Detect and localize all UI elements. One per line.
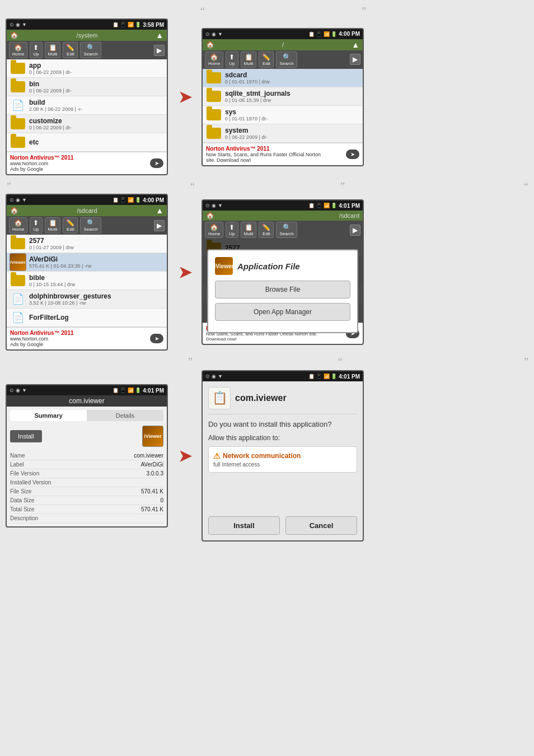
file-meta: 0 | 06-22 2009 | dr- [29, 69, 72, 75]
file-item[interactable]: 📄 build 2.08 K | 06-22 2009 | -r- [7, 96, 167, 115]
file-item[interactable]: bible 0 | 10-15 15:44 | drw [7, 272, 167, 290]
detail-label: Name [10, 452, 66, 459]
ad-button-1[interactable]: ➤ [150, 158, 163, 168]
toolbar-multi-1[interactable]: 📋 Multi [45, 42, 61, 58]
detail-label: Data Size [10, 497, 66, 503]
page-container: “ ” ⊙ ◉ ▼ 📋 📱 📶 🔋 3:58 PM 🏠 [0, 0, 534, 756]
detail-label: File Version [10, 470, 66, 477]
detail-row-installed-version: Installed Version [10, 478, 163, 487]
toolbar-edit-1[interactable]: ✏️ Edit [63, 42, 78, 58]
file-name: app [29, 62, 72, 69]
file-name: bin [29, 80, 72, 88]
install-dialog-name: com.iviewer [235, 393, 287, 403]
toolbar-home-2[interactable]: 🏠 Home [205, 52, 223, 68]
detail-row-label: Label AVerDiGi [10, 460, 163, 469]
up-arrow-2[interactable]: ▲ [352, 40, 359, 49]
toolbar-next-4[interactable]: ▶ [350, 225, 360, 236]
file-item[interactable]: bin 0 | 06-22 2009 | dr- [7, 78, 167, 96]
toolbar-up-4[interactable]: ⬆ Up [226, 222, 238, 238]
tab-summary[interactable]: Summary [10, 410, 87, 421]
arrow-icon-2: ➤ [179, 263, 191, 282]
file-meta: 0 | 01-01 1970 | dr- [225, 116, 268, 122]
ad-bar-3: Norton Antivirus™ 2011 www.Norton.com Ad… [7, 327, 167, 349]
browse-file-btn[interactable]: Browse File [215, 281, 350, 298]
toolbar-multi-3[interactable]: 📋 Multi [45, 217, 61, 234]
toolbar-home-4[interactable]: 🏠 Home [205, 222, 223, 238]
toolbar-next-1[interactable]: ▶ [154, 45, 165, 56]
toolbar-up-1[interactable]: ⬆ Up [30, 42, 42, 58]
row-1: ⊙ ◉ ▼ 📋 📱 📶 🔋 3:58 PM 🏠 /system ▲ 🏠 [6, 18, 528, 175]
file-item[interactable]: sqlite_stmt_journals 0 | 01-06 15:39 | d… [203, 87, 363, 106]
screen-5: ⊙ ◉ ▼ 📋 📱 📶 🔋 4:01 PM com.iviewer Summar… [6, 384, 168, 528]
ad-url-1: www.Norton.com [10, 161, 74, 166]
ad-bar-2: Norton Antivirus™ 2011 Now Starts, Scans… [203, 143, 363, 165]
file-meta: 0 | 06-22 2009 | dr- [225, 134, 268, 140]
toolbar-search-4[interactable]: 🔍 Search [276, 222, 297, 238]
bot-quote-left: ” [188, 356, 193, 368]
toolbar-search-2[interactable]: 🔍 Search [276, 52, 297, 68]
toolbar-edit-3[interactable]: ✏️ Edit [63, 217, 78, 234]
install-dialog-header: 📋 com.iviewer [208, 387, 357, 414]
file-item[interactable]: sdcard 0 | 01-01 1970 | drw [203, 69, 363, 87]
wifi-icon-3: ◉ [16, 197, 20, 203]
toolbar-edit-2[interactable]: ✏️ Edit [259, 52, 274, 68]
file-item[interactable]: etc [7, 133, 167, 152]
wifi-icon-2: ◉ [212, 31, 216, 37]
detail-label: Installed Version [10, 479, 66, 486]
open-app-manager-btn[interactable]: Open App Manager [215, 303, 350, 321]
install-dialog-actions: Install Cancel [208, 516, 357, 535]
file-item[interactable]: 2577 0 | 01-27 2009 | drw [7, 235, 167, 253]
file-name: AVerDiGi [29, 255, 91, 263]
toolbar-next-3[interactable]: ▶ [154, 220, 165, 231]
toolbar-edit-4[interactable]: ✏️ Edit [259, 222, 274, 238]
toolbar-up-2[interactable]: ⬆ Up [226, 52, 238, 68]
toolbar-search-3[interactable]: 🔍 Search [80, 217, 101, 234]
cancel-action-btn[interactable]: Cancel [285, 516, 357, 535]
arrow-icon-3: ➤ [179, 447, 191, 465]
status-bar-2: ⊙ ◉ ▼ 📋 📱 📶 🔋 4:00 PM [203, 29, 363, 39]
file-meta: 0 | 06-22 2009 | dr- [29, 125, 72, 130]
ad-url-3: www.Norton.com [10, 336, 74, 342]
file-item[interactable]: app 0 | 06-22 2009 | dr- [7, 59, 167, 78]
ad-button-2[interactable]: ➤ [346, 150, 359, 159]
top-quote-open: “ [200, 6, 205, 17]
file-name: ForFilterLog [29, 314, 69, 321]
screen-6: ⊙ ◉ ▼ 📋 📱 📶 🔋 4:01 PM 📋 com.iviewer Do y… [202, 370, 364, 542]
path-2: / [282, 41, 284, 48]
file-meta: 0 | 10-15 15:44 | drw [29, 282, 75, 287]
signal-icon-5: ⊙ [10, 388, 14, 393]
file-item[interactable]: sys 0 | 01-01 1970 | dr- [203, 106, 363, 124]
tab-details[interactable]: Details [87, 410, 163, 421]
toolbar-multi-2[interactable]: 📋 Multi [241, 52, 257, 68]
ad-button-3[interactable]: ➤ [150, 334, 163, 343]
toolbar-home-3[interactable]: 🏠 Home [9, 217, 27, 234]
app-detail: Summary Details Install iViewer Name com… [7, 407, 167, 526]
file-name: etc [29, 138, 39, 146]
install-action-btn[interactable]: Install [208, 516, 280, 535]
file-item[interactable]: customize 0 | 06-22 2009 | dr- [7, 115, 167, 133]
toolbar-home-1[interactable]: 🏠 Home [9, 42, 27, 58]
status-icons-right-4: 📋 📱 📶 🔋 [308, 203, 338, 208]
file-item-averdiGi[interactable]: iViewer AVerDiGi 570.41 K | 01-04 23:35 … [7, 253, 167, 272]
iviewer-title-bar: com.iviewer [7, 395, 167, 407]
file-item[interactable]: system 0 | 06-22 2009 | dr- [203, 124, 363, 143]
time-5: 4:01 PM [143, 388, 164, 394]
toolbar-next-2[interactable]: ▶ [350, 54, 360, 65]
status-icons-right-1: 📋 📱 📶 🔋 [113, 22, 142, 27]
install-button[interactable]: Install [10, 430, 42, 442]
detail-value: 570.41 K [141, 488, 163, 494]
file-item[interactable]: 📄 ForFilterLog [7, 309, 167, 327]
popup-title: Application File [237, 262, 300, 271]
up-arrow-1[interactable]: ▲ [156, 31, 163, 40]
arrow-3: ➤ [174, 447, 196, 465]
file-item[interactable]: 📄 dolphinbrowser_gestures 3.52 K | 10-08… [7, 290, 167, 309]
file-name: build [29, 99, 82, 106]
folder-icon [11, 118, 25, 129]
toolbar-multi-4[interactable]: 📋 Multi [241, 222, 257, 238]
signal-icon-1: ⊙ [10, 22, 14, 27]
up-arrow-3[interactable]: ▲ [156, 206, 163, 215]
folder-icon [207, 109, 221, 120]
status-icons-right-2: 📋 📱 📶 🔋 [308, 31, 338, 37]
toolbar-up-3[interactable]: ⬆ Up [30, 217, 42, 234]
toolbar-search-1[interactable]: 🔍 Search [80, 42, 101, 58]
